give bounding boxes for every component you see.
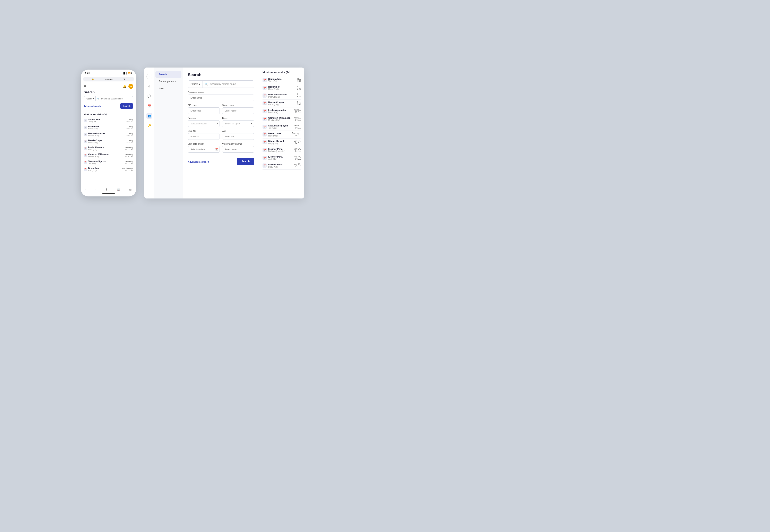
sidebar-icon-chat[interactable]: 💬 <box>146 93 152 99</box>
mobile-search-input[interactable] <box>99 96 133 101</box>
desktop-search-button[interactable]: Search <box>237 158 254 165</box>
time-value: 04:00 PM <box>122 169 133 171</box>
patient-pet: Betal (Cat) <box>88 149 124 151</box>
right-patient-item[interactable]: 📅 Savannah Nguyen Tex (Dog) Yeste... 04:… <box>263 123 301 131</box>
mobile-patient-dropdown[interactable]: Patient ▾ <box>84 96 96 101</box>
chip-no-section: Chip No <box>188 130 220 140</box>
sidebar-back-button[interactable]: ‹ <box>146 74 152 79</box>
advanced-search-link[interactable]: Advanced search ⬆ <box>188 161 209 163</box>
right-patient-name: Sophia Jade <box>268 78 295 80</box>
chip-no-input[interactable] <box>188 133 220 140</box>
mobile-patient-item[interactable]: 📅 Cameron Williamson Meaise (Cat) Yester… <box>84 152 133 159</box>
last-date-input[interactable] <box>188 146 220 153</box>
breed-select[interactable]: Select an option <box>222 120 254 127</box>
desktop-patient-dropdown[interactable]: Patient ▾ <box>188 81 203 88</box>
mobile-patient-item[interactable]: 📅 Uwe Weissmuller Peanut (Cat) Today 8:3… <box>84 131 133 138</box>
calendar-icon: 📅 <box>263 86 267 90</box>
bookmark-button[interactable]: 📖 <box>117 188 120 191</box>
mobile-advanced-search[interactable]: Advanced search ⌄ <box>84 105 103 107</box>
patient-time: Today 8:30 AM <box>126 119 133 123</box>
time-value: 04:00 PM <box>125 162 133 165</box>
zip-street-row: ZIP code Street name <box>188 104 254 117</box>
mobile-address-bar[interactable]: 🔒 sky.com ↻ <box>83 77 134 81</box>
zip-code-input[interactable] <box>188 107 220 114</box>
mobile-patient-item[interactable]: 📅 Devon Lane Rex (Dog) Two days ago 04:0… <box>84 166 133 173</box>
right-time-value: 8:30 <box>297 80 301 82</box>
species-select[interactable]: Select an option <box>188 120 220 127</box>
sidebar-icon-users[interactable]: 👥 <box>146 113 152 119</box>
forward-button[interactable]: › <box>95 188 96 191</box>
right-time-day: May 24, <box>294 148 301 150</box>
right-time-value: 04:3... <box>294 119 301 121</box>
time-day: Yesterday <box>125 147 133 149</box>
right-patient-item[interactable]: 📅 Sophia Jade Tulu (Cat) To... 8:30 <box>263 76 301 84</box>
address-text: sky.com <box>101 78 116 80</box>
right-time-day: Yeste... <box>294 124 301 127</box>
right-patient-info: Devon Lane Rex (Dog) <box>268 132 290 137</box>
mobile-status-bar: 9:41 ▌▌▌ 📶 ▮ <box>81 70 136 76</box>
patient-name: Leslie Alexander <box>88 146 124 149</box>
mobile-patient-list: 📅 Sophia Jade Tulu (Cat) Today 8:30 AM 📅… <box>84 117 133 173</box>
main-title: Search <box>188 72 254 77</box>
mobile-search-button[interactable]: Search <box>120 103 133 109</box>
desktop-search-input[interactable] <box>208 81 254 88</box>
mobile-patient-item[interactable]: 📅 Savannah Nguyen Tex (Dog) Yesterday 04… <box>84 159 133 166</box>
calendar-icon: 📅 <box>263 78 267 82</box>
right-patient-item[interactable]: 📅 Eleanor Pena Jodi (Cat) May 24, 04:0..… <box>263 154 301 162</box>
avatar[interactable]: HP <box>128 84 133 89</box>
calendar-icon: 📅 <box>263 101 267 105</box>
right-patient-item[interactable]: 📅 Eleanor Pena Bubu (Cat) May 20, 01:0..… <box>263 162 301 170</box>
right-patient-item[interactable]: 📅 Cameron Williamson Meaise (Cat) Yeste.… <box>263 115 301 123</box>
sidebar-icon-key[interactable]: 🔑 <box>146 123 152 128</box>
calendar-icon: 📅 <box>263 156 267 160</box>
right-patient-item[interactable]: 📅 Dianne Russell Lucy (Cat) May 24, 04:0… <box>263 139 301 146</box>
mobile-patient-item[interactable]: 📅 Leslie Alexander Betal (Cat) Yesterday… <box>84 145 133 152</box>
right-patient-name: Eleanor Pena <box>268 148 292 150</box>
sidebar-icon-home[interactable]: ⊙ <box>146 83 152 89</box>
right-time-day: Yeste... <box>294 117 301 119</box>
right-patient-info: Eleanor Pena Jodi (Cat) <box>268 156 292 160</box>
share-button[interactable]: ⬆ <box>105 188 108 191</box>
patient-time: Today 8:30 AM <box>126 133 133 137</box>
nav-item-search[interactable]: Search <box>155 71 181 78</box>
nav-item-new[interactable]: New <box>155 85 181 92</box>
notification-icon[interactable]: 🔔 <box>123 85 126 88</box>
right-patient-item[interactable]: 📅 Leslie Alexander Betal (Cat) Yeste... … <box>263 107 301 115</box>
patient-info: Cameron Williamson Meaise (Cat) <box>88 153 124 158</box>
patient-pet: Peanut (Cat) <box>88 135 125 137</box>
search-actions: Advanced search ⬆ Search <box>188 158 254 165</box>
vet-name-section: Veterinarian's name <box>222 143 254 153</box>
menu-icon[interactable]: ☰ <box>84 85 86 88</box>
tabs-button[interactable]: ⊡ <box>129 188 132 191</box>
right-patient-item[interactable]: 📅 Robert Fox Rosie (Cat) To... 8:30 <box>263 84 301 92</box>
customer-name-label: Customer name <box>188 91 254 94</box>
right-time-day: To... <box>297 78 301 80</box>
age-input[interactable] <box>222 133 254 140</box>
right-time-day: Two day... <box>292 132 301 134</box>
right-patient-info: Eleanor Pena Bubu (Cat) <box>268 163 292 168</box>
right-patient-item[interactable]: 📅 Eleanor Pena Barbara (Hamster) May 24,… <box>263 146 301 154</box>
mobile-patient-item[interactable]: 📅 Robert Fox Rosie (Cat) Today 8:30 AM <box>84 124 133 131</box>
right-patient-pet: Tex (Dog) <box>268 127 293 129</box>
street-name-input[interactable] <box>222 107 254 114</box>
vet-name-input[interactable] <box>222 146 254 153</box>
right-patient-item[interactable]: 📅 Devon Lane Rex (Dog) Two day... 04:0..… <box>263 131 301 139</box>
mobile-patient-item[interactable]: 📅 Sophia Jade Tulu (Cat) Today 8:30 AM <box>84 117 133 124</box>
right-time-day: To... <box>297 93 301 96</box>
calendar-icon: 📅 <box>84 140 87 143</box>
nav-item-recent-patients[interactable]: Recent patients <box>155 78 181 85</box>
sidebar-icon-calendar[interactable]: 📅 <box>146 103 152 109</box>
time-day: Two days ago <box>122 167 133 169</box>
back-button[interactable]: ‹ <box>85 188 86 191</box>
calendar-icon: 📅 <box>263 125 267 129</box>
calendar-icon: 📅 <box>263 109 267 113</box>
calendar-icon: 📅 <box>84 147 87 150</box>
patient-name: Robert Fox <box>88 125 125 128</box>
right-patient-item[interactable]: 📅 Bessie Cooper Forzo (Dog) To... 8:00 <box>263 100 301 107</box>
customer-name-input[interactable] <box>188 95 254 101</box>
calendar-icon: 📅 <box>263 140 267 144</box>
mobile-patient-item[interactable]: 📅 Bessie Cooper Forzo (Dog) Today 8:00 A… <box>84 138 133 145</box>
right-time-value: 04:0... <box>294 127 301 129</box>
right-patient-item[interactable]: 📅 Uwe Weissmuller Peanut (Cat) To... 8:3… <box>263 92 301 100</box>
patient-info: Leslie Alexander Betal (Cat) <box>88 146 124 151</box>
